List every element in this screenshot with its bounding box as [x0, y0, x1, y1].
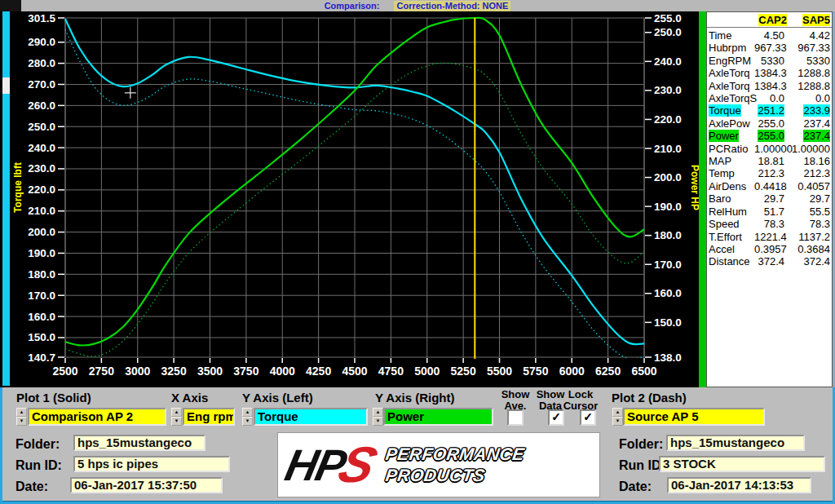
row-value: 372.4: [784, 255, 830, 267]
hps-logo: HP S PERFORMANCE PRODUCTS: [277, 432, 600, 497]
right-axis-tick-label: 255.0: [654, 12, 682, 24]
checkbox-label: ShowAve.: [496, 389, 535, 412]
column-header-cap2: CAP2: [749, 14, 787, 26]
table-row: MAP18.8118.16: [709, 155, 830, 167]
row-value: 5330: [754, 55, 784, 67]
xaxis-spinner[interactable]: ▲▼: [171, 408, 182, 426]
correction-method-label: Correction-Method: NONE: [394, 1, 510, 11]
row-label: AxleTorqS: [709, 92, 754, 104]
yleft-spinner[interactable]: ▲▼: [242, 408, 253, 426]
left-scrollbar[interactable]: [2, 11, 10, 386]
table-row: AxleTorq1384.31288.8: [709, 80, 830, 92]
plot1-select[interactable]: Comparison AP 2: [28, 408, 166, 426]
column-header-sap5: SAP5: [787, 14, 830, 26]
row-label: Distance: [709, 255, 754, 267]
table-row: RelHum51.755.5: [709, 206, 830, 218]
x-axis-tick-label: 4250: [306, 365, 331, 378]
row-value: 4.42: [784, 29, 830, 42]
row-value: 0.0: [784, 92, 830, 104]
left-axis-tick-label: 150.0: [28, 331, 55, 343]
checkbox-cursor[interactable]: ✓: [580, 409, 596, 426]
plot1-spinner[interactable]: ▲▼: [16, 408, 27, 426]
yright-select[interactable]: Power: [383, 408, 493, 426]
row-label: T.Effort: [709, 231, 754, 243]
date-field-left[interactable]: 06-Jan-2017 15:37:50: [70, 477, 223, 493]
x-axis-tick-label: 2500: [52, 365, 77, 378]
plot2-select[interactable]: Source AP 5: [623, 408, 765, 426]
x-axis-tick-label: 3500: [197, 365, 223, 378]
row-value: 18.16: [784, 155, 830, 167]
table-row: Speed78.378.3: [709, 218, 830, 230]
row-value: 4.50: [754, 29, 784, 42]
right-axis-tick-label: 230.0: [654, 84, 682, 96]
folder-field-right[interactable]: hps_15mustangeco: [666, 435, 805, 451]
right-axis-tick-label: 250.0: [654, 26, 682, 38]
row-label: AxleTorq: [709, 67, 754, 79]
row-value: 0.3957: [754, 243, 784, 255]
row-label: RelHum: [709, 206, 754, 218]
right-axis-tick-label: 200.0: [654, 171, 682, 183]
row-value: 1288.8: [784, 67, 830, 79]
x-axis-tick-label: 3750: [233, 365, 258, 378]
runid-field-right[interactable]: 3 STOCK: [659, 456, 825, 472]
left-axis-title: Torque lbft: [12, 162, 24, 213]
plot1-label: Plot 1 (Solid): [16, 391, 91, 405]
row-label: Time: [709, 29, 754, 42]
row-label: Baro: [709, 192, 754, 205]
row-label: MAP: [709, 155, 754, 167]
right-axis-tick-label: 180.0: [654, 229, 682, 241]
right-axis-tick-label: 220.0: [654, 113, 682, 126]
table-row: Distance372.4372.4: [709, 255, 830, 267]
x-axis-tick-label: 5000: [414, 365, 440, 378]
row-label: EngRPM: [709, 55, 754, 67]
left-axis-tick-label: 170.0: [28, 290, 55, 302]
title-bar: Comparison: Correction-Method: NONE: [0, 0, 835, 12]
table-row: AxlePow255.0237.4: [709, 117, 830, 130]
row-value: 251.2: [754, 104, 784, 117]
left-axis-tick-label: 140.7: [28, 351, 55, 364]
window-left-edge: [0, 387, 2, 504]
yleft-select[interactable]: Torque: [254, 408, 368, 426]
folder-field-left[interactable]: hps_15mustangeco: [73, 435, 205, 451]
checkbox-data[interactable]: ✓: [548, 409, 564, 426]
row-value: 1384.3: [754, 67, 784, 79]
row-value: 0.4057: [784, 180, 830, 192]
row-label: Temp: [709, 167, 754, 179]
right-axis-tick-label: 150.0: [654, 316, 682, 329]
plot2-label: Plot 2 (Dash): [612, 391, 687, 405]
row-value: 255.0: [754, 130, 784, 142]
plot2-spinner[interactable]: ▲▼: [612, 408, 623, 426]
left-axis-tick-label: 250.0: [28, 121, 55, 133]
xaxis-select[interactable]: Eng rpm: [183, 408, 235, 426]
row-label: AxleTorq: [709, 80, 754, 92]
row-value: 1384.3: [754, 80, 784, 92]
left-axis-tick-label: 180.0: [28, 268, 55, 281]
window-bottom-edge: [0, 501, 835, 504]
right-axis-tick-label: 160.0: [654, 287, 682, 299]
table-row: Temp212.3212.3: [709, 167, 830, 179]
runid-field-left[interactable]: 5 hps ic pipes: [73, 456, 230, 472]
dyno-chart[interactable]: 301.5290.0280.0270.0260.0250.0240.0230.0…: [10, 11, 699, 387]
row-value: 0.0: [754, 92, 784, 104]
row-value: 0.3684: [784, 243, 830, 255]
table-row: Baro29.729.7: [709, 192, 830, 205]
runid-label-left: Run ID:: [15, 458, 62, 473]
row-label: Power: [709, 130, 754, 142]
yright-spinner[interactable]: ▲▼: [373, 408, 383, 426]
table-row: AxleTorqS0.00.0: [709, 92, 830, 104]
x-axis-tick-label: 6000: [559, 365, 585, 378]
yright-label: Y Axis (Right): [375, 391, 455, 405]
left-axis-tick-label: 280.0: [28, 57, 55, 69]
row-value: 0.4418: [754, 180, 784, 192]
left-scrollbar-thumb[interactable]: [2, 77, 10, 94]
row-value: 1137.2: [784, 231, 830, 243]
row-value: 967.33: [754, 42, 784, 54]
left-axis-tick-label: 260.0: [28, 99, 55, 112]
checkbox-ave[interactable]: [507, 409, 524, 426]
row-value: 1288.8: [784, 80, 830, 92]
row-label: Torque: [709, 104, 754, 117]
row-value: 1.00000: [784, 143, 830, 155]
date-field-right[interactable]: 06-Jan-2017 14:13:53: [667, 477, 811, 493]
row-value: 5330: [784, 55, 830, 67]
right-axis-tick-label: 240.0: [654, 55, 682, 68]
